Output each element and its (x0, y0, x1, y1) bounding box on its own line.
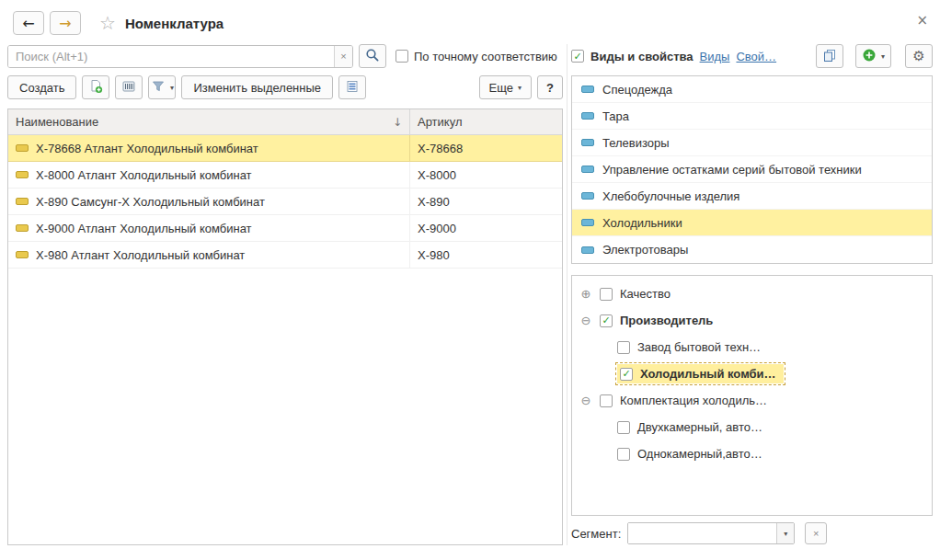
search-button[interactable] (359, 44, 386, 68)
chevron-down-icon: ▾ (170, 84, 174, 92)
property-value-checkbox[interactable] (617, 421, 630, 434)
tree-item[interactable]: ⊖ Комплектация холодиль… (572, 387, 932, 414)
row-name: Х-8000 Атлант Холодильный комбинат (36, 168, 252, 182)
table-row[interactable]: Х-980 Атлант Холодильный комбинат Х-980 (8, 242, 562, 269)
exact-match-checkbox[interactable] (395, 50, 408, 63)
list-item[interactable]: Телевизоры (572, 130, 932, 156)
types-panel-title: Виды и свойства (590, 50, 694, 63)
search-input[interactable] (8, 46, 334, 67)
barcode-scanner-button[interactable] (115, 75, 143, 99)
list-item[interactable]: Спецодежда (572, 76, 932, 103)
back-arrow-icon: ← (22, 15, 34, 32)
column-header-article[interactable]: Артикул (409, 109, 562, 134)
help-button[interactable]: ? (537, 75, 563, 99)
list-item[interactable]: Тара (572, 103, 932, 130)
favorite-star-icon[interactable]: ☆ (99, 12, 116, 34)
property-checkbox[interactable] (600, 288, 613, 301)
row-article: Х-980 (409, 242, 562, 268)
table-row[interactable]: Х-78668 Атлант Холодильный комбинат Х-78… (8, 135, 562, 162)
main-area: × По точному соответствию Создать (0, 44, 940, 553)
table-row[interactable]: Х-8000 Атлант Холодильный комбинат Х-800… (8, 162, 562, 189)
tree-item[interactable]: ✓ Холодильный комби… (572, 360, 932, 387)
clear-icon: × (340, 51, 346, 62)
type-label: Телевизоры (602, 136, 670, 150)
property-checkbox[interactable]: ✓ (600, 314, 613, 327)
segment-input[interactable] (628, 523, 776, 543)
collapse-icon[interactable]: ⊖ (579, 314, 592, 327)
row-article: Х-9000 (409, 215, 562, 241)
close-icon[interactable]: × (916, 12, 928, 29)
tree-item[interactable]: ⊕ Качество (572, 280, 932, 307)
exact-match-label: По точному соответствию (414, 50, 557, 63)
property-value-checkbox[interactable] (617, 448, 630, 461)
list-item[interactable]: Холодильники (572, 210, 932, 236)
nomenclature-item-icon (16, 171, 29, 178)
property-value-checkbox[interactable] (617, 341, 630, 354)
add-button[interactable]: ▾ (855, 44, 891, 68)
property-label: Производитель (620, 314, 713, 327)
panel-splitter[interactable] (563, 44, 571, 545)
property-value-checkbox[interactable]: ✓ (620, 368, 633, 381)
segment-label: Сегмент: (571, 527, 621, 541)
copy-icon (822, 48, 837, 65)
list-item[interactable]: Электротовары (572, 236, 932, 263)
list-toolbar: Создать ▾ Изменить выделенные (7, 75, 563, 99)
segment-clear-button[interactable]: × (805, 522, 827, 544)
property-label: Комплектация холодиль… (620, 394, 767, 407)
types-panel-header: ✓ Виды и свойства Виды Свой… ▾ ⚙ (571, 44, 933, 68)
nomenclature-table: Наименование ↓ Артикул Х-78668 Атлант Хо… (7, 109, 563, 545)
chevron-down-icon: ▾ (784, 530, 787, 538)
create-button[interactable]: Создать (7, 75, 76, 99)
forward-arrow-icon: → (59, 15, 71, 32)
tree-item[interactable]: ⊖ ✓ Производитель (572, 307, 932, 334)
table-row[interactable]: Х-9000 Атлант Холодильный комбинат Х-900… (8, 215, 562, 242)
nomenclature-item-icon (16, 198, 29, 205)
create-by-copy-button[interactable] (82, 75, 109, 99)
list-item[interactable]: Хлебобулочные изделия (572, 183, 932, 210)
sort-desc-icon: ↓ (393, 116, 402, 129)
type-label: Холодильники (602, 216, 682, 230)
nomenclature-type-icon (581, 219, 594, 226)
types-link[interactable]: Виды (700, 50, 730, 63)
row-article: Х-78668 (409, 135, 562, 161)
expand-icon[interactable]: ⊕ (579, 287, 592, 301)
property-checkbox[interactable] (600, 394, 613, 407)
properties-link[interactable]: Свой… (736, 50, 776, 63)
tree-item[interactable]: Завод бытовой техн… (572, 334, 932, 360)
column-header-name[interactable]: Наименование ↓ (8, 109, 409, 134)
settings-button[interactable]: ⚙ (905, 44, 933, 68)
segment-row: Сегмент: ▾ × (571, 521, 933, 545)
gear-icon: ⚙ (912, 50, 924, 63)
create-by-copy-icon (88, 79, 103, 97)
nomenclature-item-icon (16, 251, 29, 258)
filter-button[interactable]: ▾ (148, 75, 176, 99)
table-row[interactable]: Х-890 Самсунг-Х Холодильный комбинат Х-8… (8, 189, 562, 215)
tree-item[interactable]: Однокамерный,авто… (572, 440, 932, 467)
more-button[interactable]: Еще ▾ (479, 75, 532, 99)
collapse-icon[interactable]: ⊖ (579, 394, 592, 407)
row-name: Х-890 Самсунг-Х Холодильный комбинат (36, 195, 265, 209)
nomenclature-type-icon (581, 166, 594, 173)
back-button[interactable]: ← (13, 11, 44, 35)
nomenclature-type-icon (581, 112, 594, 120)
list-item[interactable]: Управление остатками серий бытовой техни… (572, 156, 932, 183)
chevron-down-icon: ▾ (518, 84, 522, 92)
nomenclature-item-icon (16, 224, 29, 232)
forward-button[interactable]: → (50, 11, 81, 35)
nomenclature-type-icon (581, 139, 594, 146)
property-value-label: Холодильный комби… (640, 367, 776, 381)
tree-item[interactable]: Двухкамерный, авто… (572, 414, 932, 440)
copy-button[interactable] (816, 44, 843, 68)
add-plus-icon (862, 48, 877, 65)
report-list-button[interactable] (338, 75, 366, 99)
types-filter-checkbox[interactable]: ✓ (571, 50, 584, 63)
row-name: Х-78668 Атлант Холодильный комбинат (36, 142, 258, 155)
segment-dropdown-button[interactable]: ▾ (776, 523, 794, 543)
edit-selected-button[interactable]: Изменить выделенные (181, 75, 333, 99)
clear-search-button[interactable]: × (334, 46, 352, 67)
segment-combo: ▾ (627, 522, 795, 544)
nomenclature-types-list: Спецодежда Тара Телевизоры Управление ос… (571, 75, 933, 264)
nomenclature-item-icon (16, 144, 29, 152)
properties-tree: ⊕ Качество ⊖ ✓ Производитель Завод бытов… (571, 275, 933, 516)
property-value-label: Завод бытовой техн… (637, 340, 761, 354)
